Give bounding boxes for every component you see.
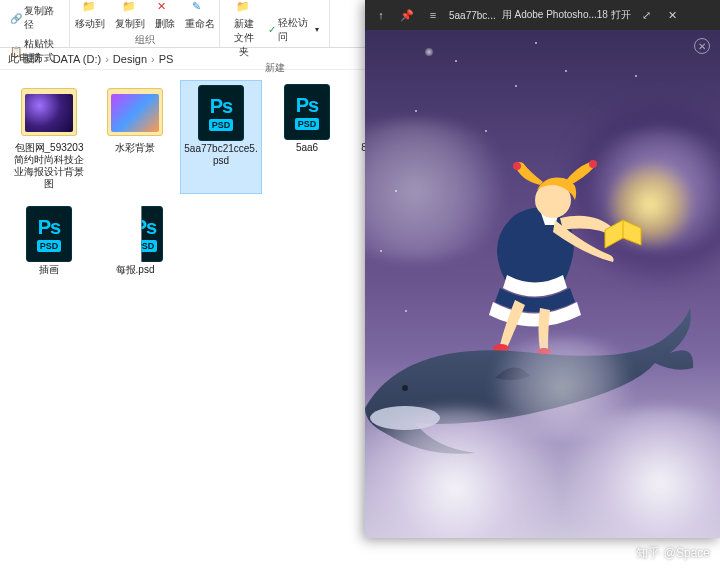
delete-label: 删除 (155, 17, 175, 31)
file-item[interactable]: PsPSD5aa77bc21cce5.psd (180, 80, 262, 194)
move-to-label: 移动到 (75, 17, 105, 31)
chevron-down-icon: ▾ (315, 25, 319, 34)
file-label: 5aa6 (296, 142, 318, 154)
preview-image: ✕ (365, 30, 720, 538)
copy-to-icon: 📁 (122, 0, 138, 16)
svg-point-1 (513, 162, 521, 170)
preview-pane: ↑ 📌 ≡ 5aa77bc... 用 Adobe Photosho...18 打… (365, 0, 720, 538)
ribbon-group-clipboard: 🔗 复制路径 📋 粘贴快捷方式 (0, 0, 70, 47)
breadcrumb-folder2[interactable]: PS (157, 53, 176, 65)
breadcrumb-folder1[interactable]: Design (111, 53, 149, 65)
folder-icon (107, 84, 163, 140)
breadcrumb-root[interactable]: 此电脑 (6, 51, 43, 66)
file-item[interactable]: 包图网_593203简约时尚科技企业海报设计背景图 (8, 80, 90, 194)
file-label: 包图网_593203简约时尚科技企业海报设计背景图 (10, 142, 88, 190)
ribbon-group-organize: 📁 移动到 📁 复制到 ✕ 删除 ✎ 重命名 组织 (70, 0, 220, 47)
new-group-label: 新建 (265, 61, 285, 75)
file-item[interactable]: 水彩背景 (94, 80, 176, 194)
menu-button[interactable]: ≡ (423, 5, 443, 25)
svg-point-2 (589, 160, 597, 168)
close-button[interactable]: ✕ (663, 5, 683, 25)
folder-icon (21, 84, 77, 140)
file-label: 每报.psd (116, 264, 155, 276)
copy-to-label: 复制到 (115, 17, 145, 31)
back-button[interactable]: ↑ (371, 5, 391, 25)
chevron-right-icon: › (103, 53, 111, 65)
ribbon-copy-path-label: 复制路径 (24, 4, 59, 32)
easy-access-icon: ✓ (268, 24, 276, 35)
file-label: 5aa77bc21cce5.psd (183, 143, 259, 167)
rename-icon: ✎ (192, 0, 208, 16)
file-label: 水彩背景 (115, 142, 155, 154)
expand-button[interactable]: ⤢ (637, 5, 657, 25)
rename-button[interactable]: ✎ 重命名 (181, 0, 219, 31)
psd-file-icon: PsPSD (279, 84, 335, 140)
psd-file-icon: PsPSD (107, 206, 163, 262)
preview-titlebar: ↑ 📌 ≡ 5aa77bc... 用 Adobe Photosho...18 打… (365, 0, 720, 30)
copy-to-button[interactable]: 📁 复制到 (111, 0, 149, 31)
move-to-icon: 📁 (82, 0, 98, 16)
watermark: 知乎 @Space (636, 545, 710, 562)
delete-icon: ✕ (157, 0, 173, 16)
easy-access-button[interactable]: ✓ 轻松访问 ▾ (264, 14, 323, 46)
svg-point-7 (402, 385, 408, 391)
file-item[interactable]: PsPSD插画 (8, 202, 90, 280)
chevron-right-icon: › (43, 53, 51, 65)
chevron-right-icon: › (149, 53, 157, 65)
copy-path-button[interactable]: 🔗 复制路径 (6, 2, 63, 34)
psd-file-icon: PsPSD (193, 85, 249, 141)
new-folder-icon: 📁 (236, 0, 252, 16)
new-folder-button[interactable]: 📁 新建 文件夹 (226, 0, 262, 59)
rename-label: 重命名 (185, 17, 215, 31)
delete-button[interactable]: ✕ 删除 (151, 0, 179, 31)
easy-access-label: 轻松访问 (278, 16, 313, 44)
breadcrumb-drive[interactable]: DATA (D:) (51, 53, 103, 65)
file-item[interactable]: PsPSD5aa6 (266, 80, 348, 194)
file-item[interactable]: PsPSD每报.psd (94, 202, 176, 280)
psd-file-icon: PsPSD (21, 206, 77, 262)
pin-button[interactable]: 📌 (397, 5, 417, 25)
link-icon: 🔗 (10, 13, 22, 24)
move-to-button[interactable]: 📁 移动到 (71, 0, 109, 31)
preview-filename: 5aa77bc... (449, 10, 496, 21)
file-label: 插画 (39, 264, 59, 276)
ribbon-group-new: 📁 新建 文件夹 ✓ 轻松访问 ▾ 新建 (220, 0, 330, 47)
new-folder-label: 新建 文件夹 (230, 17, 258, 59)
open-with-button[interactable]: 用 Adobe Photosho...18 打开 (502, 8, 631, 22)
organize-group-label: 组织 (135, 33, 155, 47)
